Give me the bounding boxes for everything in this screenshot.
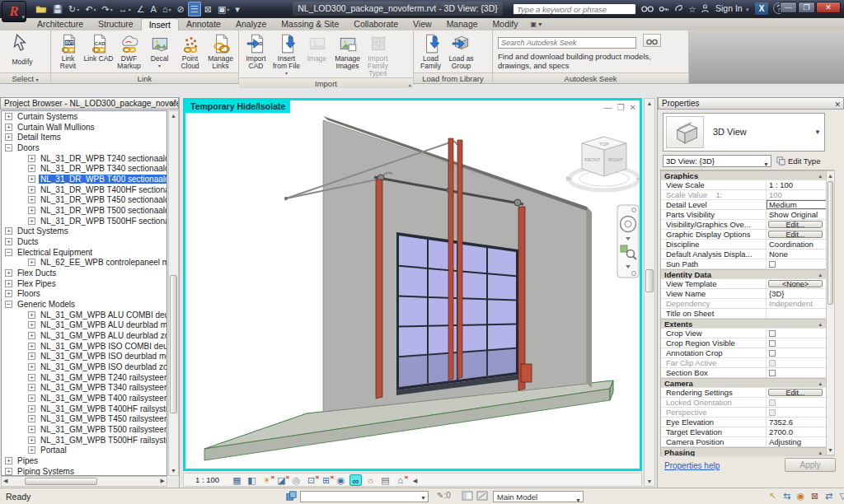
infocenter-search-input[interactable] bbox=[513, 3, 636, 15]
browser-horizontal-scrollbar[interactable]: ◀ ▶ bbox=[1, 476, 167, 487]
project-browser-close-icon[interactable]: ✕ bbox=[169, 99, 176, 110]
tree-item-label[interactable]: Electrical Equipment bbox=[16, 248, 94, 257]
tree-item-label[interactable]: Duct Systems bbox=[16, 226, 70, 236]
combo-caret-icon[interactable]: ▼ bbox=[763, 159, 769, 170]
sync-icon-caret[interactable]: ▾ bbox=[77, 7, 79, 12]
property-value[interactable] bbox=[767, 398, 833, 407]
section-collapse-icon[interactable]: ▴ bbox=[818, 380, 822, 387]
redo-icon[interactable]: ↷▾ bbox=[99, 2, 115, 16]
visual-style-icon[interactable]: ◧ bbox=[246, 474, 258, 486]
expand-icon[interactable]: + bbox=[5, 280, 12, 287]
tree-item-label[interactable]: NL_31_GM_WPB ISO deurblad met loopdeur bbox=[39, 352, 166, 361]
view-template-button[interactable]: <None> bbox=[768, 280, 823, 287]
view-minimize-icon[interactable]: — bbox=[604, 103, 612, 112]
tree-item-label[interactable]: NL_31_DR_WPB T500HF sectionaaldeur_novof bbox=[39, 217, 166, 226]
view-vertical-scrollbar[interactable]: ▲ ▼ bbox=[644, 98, 655, 487]
rendering-settings-button[interactable]: Edit... bbox=[768, 389, 823, 396]
tree-item-label[interactable]: NL_31_DR_WPB T400HF sectionaaldeur_novof bbox=[39, 185, 166, 194]
tree-item-curtain-systems[interactable]: +Curtain Systems bbox=[2, 111, 166, 122]
property-value[interactable]: Medium bbox=[767, 200, 833, 209]
visibility-graphics-ove-button[interactable]: Edit... bbox=[768, 221, 823, 228]
default-3d-view-icon[interactable]: ⌂▾ bbox=[160, 2, 174, 16]
tree-item-label[interactable]: NL_31_GM_WPB ALU deurblad met loopdeur bbox=[39, 320, 166, 329]
temporary-view-properties-icon[interactable]: ▤ bbox=[379, 474, 392, 486]
expand-icon[interactable]: + bbox=[5, 269, 12, 277]
undo-icon-caret[interactable]: ▾ bbox=[93, 7, 96, 12]
tree-item-nl-31-dr-wpb-t400-sectionaaldeur-novofer[interactable]: +NL_31_DR_WPB T400 sectionaaldeur_novofe… bbox=[2, 174, 166, 184]
tree-item-label[interactable]: NL_31_GM_WPB T340 railsysteem_novofer bbox=[39, 383, 166, 392]
tab-structure[interactable]: Structure bbox=[91, 18, 141, 30]
switch-windows-icon[interactable]: ▣▾ bbox=[215, 2, 232, 16]
tree-item-nl-31-gm-wpb-t500-railsysteem-novofer[interactable]: +NL_31_GM_WPB T500 railsysteem_novofer bbox=[2, 424, 166, 435]
tree-item-label[interactable]: NL_31_GM_WPB T500 railsysteem_novofer bbox=[39, 425, 166, 434]
expand-icon[interactable]: + bbox=[28, 405, 35, 413]
tree-item-label[interactable]: NL_31_GM_WPB T450 railsysteem_novofer bbox=[39, 414, 166, 423]
tree-item-nl-31-gm-wpb-t500hf-railsysteem-novofer[interactable]: +NL_31_GM_WPB T500HF railsysteem_novofer bbox=[2, 435, 166, 446]
detail-level-icon[interactable]: ▦ bbox=[231, 474, 243, 486]
expand-icon[interactable]: + bbox=[28, 415, 35, 422]
tree-item-label[interactable]: NL_31_GM_WPB ALU COMBI deurblad_novofer bbox=[39, 310, 166, 320]
close-button[interactable]: ✕ bbox=[816, 2, 841, 13]
expand-icon[interactable]: + bbox=[5, 290, 12, 297]
properties-help-link[interactable]: Properties help bbox=[664, 461, 720, 470]
manage-links-button[interactable]: Manage Links bbox=[205, 32, 236, 70]
crop-region-visible-checkbox[interactable] bbox=[769, 340, 776, 347]
scroll-up-icon[interactable]: ▲ bbox=[645, 99, 654, 108]
tree-item-nl-31-dr-wpb-t400hf-sectionaaldeur-novof[interactable]: +NL_31_DR_WPB T400HF sectionaaldeur_novo… bbox=[2, 184, 166, 195]
insert-from-file-button[interactable]: Insert from File▾ bbox=[271, 32, 302, 76]
view-close-icon[interactable]: ✕ bbox=[630, 103, 636, 112]
design-options-icon[interactable] bbox=[462, 491, 473, 501]
expand-icon[interactable]: + bbox=[28, 207, 35, 214]
tree-item-ducts[interactable]: +Ducts bbox=[2, 236, 166, 247]
decal-button[interactable]: Decal▾ bbox=[144, 32, 175, 68]
tab-annotate[interactable]: Annotate bbox=[179, 18, 228, 30]
insert-from-file-caret-icon[interactable]: ▾ bbox=[285, 70, 288, 76]
tree-item-label[interactable]: Detail Items bbox=[16, 133, 63, 142]
redo-icon-caret[interactable]: ▾ bbox=[110, 7, 113, 12]
expand-icon[interactable]: + bbox=[5, 124, 12, 131]
measure-icon-caret[interactable]: ▾ bbox=[129, 7, 131, 12]
tree-item-electrical-equipment[interactable]: −Electrical Equipment bbox=[2, 247, 166, 258]
project-browser-header[interactable]: Project Browser - NL_LOD300_package_novo… bbox=[0, 97, 179, 110]
search-help-icon[interactable] bbox=[641, 2, 654, 16]
analytical-model-icon[interactable]: ⌂× bbox=[394, 474, 406, 486]
tree-item-label[interactable]: Portaal bbox=[39, 446, 68, 455]
property-value[interactable] bbox=[767, 348, 833, 357]
close-hidden-windows-icon[interactable]: ⊠ bbox=[202, 2, 214, 16]
exchange-apps-icon[interactable]: X bbox=[755, 2, 768, 15]
type-selector[interactable]: 3D View ▼ bbox=[663, 113, 825, 152]
edit-type-button[interactable]: Edit Type bbox=[775, 155, 837, 167]
tree-item-label[interactable]: NL_31_GM_WPB T400 railsysteem_novofer bbox=[39, 394, 166, 403]
aligned-dimension-icon[interactable]: ∠ bbox=[134, 2, 148, 16]
tree-item-flex-ducts[interactable]: +Flex Ducts bbox=[2, 268, 166, 278]
scrollbar-thumb[interactable] bbox=[25, 478, 97, 485]
property-value[interactable] bbox=[767, 259, 833, 268]
subscription-center-icon[interactable] bbox=[659, 2, 669, 16]
text-icon[interactable]: A bbox=[148, 2, 159, 16]
tree-item-label[interactable]: NL_31_GM_WPB T500HF railsysteem_novofer bbox=[39, 436, 166, 445]
shadows-icon[interactable]: ◪× bbox=[275, 474, 288, 486]
scrollbar-thumb[interactable] bbox=[828, 181, 833, 305]
tree-item-label[interactable]: NL_31_DR_WPB T500 sectionaaldeur_novofer bbox=[39, 206, 166, 215]
tab-architecture[interactable]: Architecture bbox=[30, 18, 91, 30]
property-value[interactable]: Show Original bbox=[767, 210, 833, 219]
temporary-hide-isolate-icon[interactable]: ∞ bbox=[349, 474, 362, 486]
expand-icon[interactable]: + bbox=[28, 384, 35, 391]
tree-item-nl-31-gm-wpb-iso-combi-deurblad-novofer[interactable]: +NL_31_GM_WPB ISO COMBI deurblad_novofer bbox=[2, 341, 166, 352]
property-value[interactable]: 2700.0 bbox=[767, 427, 833, 436]
switch-windows-icon-caret[interactable]: ▾ bbox=[227, 7, 229, 12]
property-value[interactable] bbox=[767, 358, 833, 367]
tree-item-label[interactable]: NL_31_GM_WPB ALU deurblad zonder loopdr bbox=[39, 331, 166, 340]
tree-item-nl-31-gm-wpb-t400-railsysteem-novofer[interactable]: +NL_31_GM_WPB T400 railsysteem_novofer bbox=[2, 393, 166, 404]
tree-item-piping-systems[interactable]: +Piping Systems bbox=[2, 466, 166, 476]
scroll-down-icon[interactable]: ▼ bbox=[645, 477, 654, 486]
expand-icon[interactable]: + bbox=[5, 457, 12, 464]
property-value[interactable] bbox=[767, 368, 833, 377]
tree-item-nl-31-gm-wpb-t340-railsysteem-novofer[interactable]: +NL_31_GM_WPB T340 railsysteem_novofer bbox=[2, 382, 166, 393]
load-family-button[interactable]: Load Family bbox=[415, 32, 446, 70]
link-revit-button[interactable]: RVTLink Revit bbox=[53, 32, 83, 70]
properties-close-icon[interactable]: ✕ bbox=[834, 99, 841, 110]
design-option-select[interactable]: Main Model▼ bbox=[493, 491, 584, 502]
tree-item-label[interactable]: NL_31_GM_WPB T400HF railsysteem_novofer bbox=[39, 404, 166, 413]
tree-item-label[interactable]: NL_31_GM_WPB ISO deurblad zonder loopdr bbox=[39, 362, 166, 371]
